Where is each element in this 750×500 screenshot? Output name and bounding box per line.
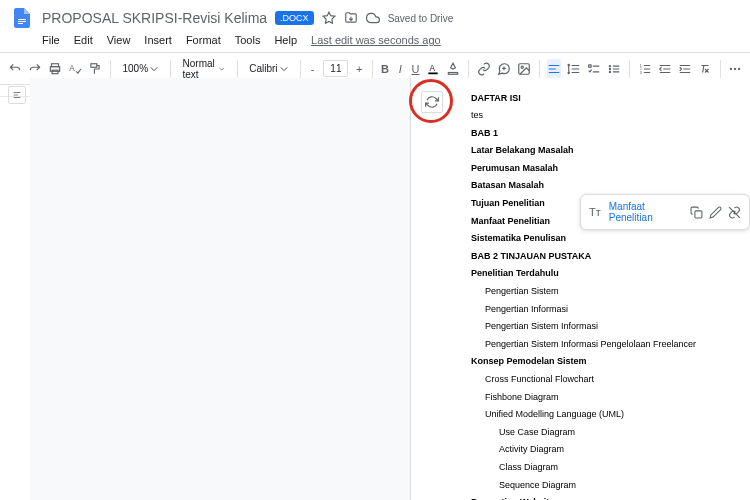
table-of-contents[interactable]: DAFTAR ISI3tes4BAB 11Latar Belakang Masa… bbox=[471, 89, 750, 500]
zoom-select[interactable]: 100% bbox=[118, 61, 162, 76]
toc-title: Cross Functional Flowchart bbox=[485, 373, 594, 386]
toc-title: Pengertian Sistem Informasi bbox=[485, 320, 598, 333]
move-icon[interactable] bbox=[344, 11, 358, 25]
bullet-list-button[interactable] bbox=[607, 59, 621, 79]
last-edit-link[interactable]: Last edit was seconds ago bbox=[311, 34, 441, 46]
toc-entry[interactable]: Use Case Diagram9 bbox=[471, 423, 750, 441]
toc-entry[interactable]: Unified Modelling Language (UML)9 bbox=[471, 406, 750, 424]
toc-title: Class Diagram bbox=[499, 461, 558, 474]
svg-text:A: A bbox=[69, 64, 75, 73]
image-button[interactable] bbox=[517, 59, 531, 79]
font-size-minus[interactable]: - bbox=[308, 59, 317, 79]
unlink-icon[interactable] bbox=[728, 206, 741, 219]
toc-entry[interactable]: Pengertian Sistem Informasi Pengelolaan … bbox=[471, 335, 750, 353]
menu-view[interactable]: View bbox=[107, 34, 131, 46]
highlight-button[interactable] bbox=[446, 59, 460, 79]
toc-entry[interactable]: Class Diagram12 bbox=[471, 458, 750, 476]
copy-link-icon[interactable] bbox=[690, 206, 703, 219]
toc-entry[interactable]: DAFTAR ISI3 bbox=[471, 89, 750, 107]
toc-title: Sequence Diagram bbox=[499, 479, 576, 492]
decrease-indent-button[interactable] bbox=[658, 59, 672, 79]
menu-format[interactable]: Format bbox=[186, 34, 221, 46]
svg-point-12 bbox=[609, 68, 610, 69]
numbered-list-button[interactable]: 123 bbox=[638, 59, 652, 79]
toc-entry[interactable]: Pengertian Informasi8 bbox=[471, 300, 750, 318]
toc-entry[interactable]: Konsep Pemodelan Sistem9 bbox=[471, 353, 750, 371]
toc-title: tes bbox=[471, 109, 483, 122]
toc-entry[interactable]: Latar Belakang Masalah1 bbox=[471, 142, 750, 160]
svg-rect-20 bbox=[695, 210, 702, 217]
toc-entry[interactable]: Activity Diagram10 bbox=[471, 441, 750, 459]
toc-entry[interactable]: Sistematika Penulisan5 bbox=[471, 230, 750, 248]
toc-entry[interactable]: tes4 bbox=[471, 107, 750, 125]
text-color-button[interactable]: A bbox=[426, 59, 440, 79]
spellcheck-button[interactable]: A bbox=[68, 59, 82, 79]
clear-format-button[interactable] bbox=[698, 59, 712, 79]
svg-rect-10 bbox=[589, 64, 591, 66]
toc-entry[interactable]: Cross Functional Flowchart9 bbox=[471, 371, 750, 389]
toc-title: Pengertian Sistem Informasi Pengelolaan … bbox=[485, 338, 696, 351]
toc-entry[interactable]: Penelitian Terdahulu6 bbox=[471, 265, 750, 283]
document-title[interactable]: PROPOSAL SKRIPSI-Revisi Kelima bbox=[42, 10, 267, 26]
bold-button[interactable]: B bbox=[380, 59, 389, 79]
toc-entry[interactable]: Pengertian Website14 bbox=[471, 494, 750, 500]
toc-entry[interactable]: Sequence Diagram13 bbox=[471, 476, 750, 494]
edit-link-icon[interactable] bbox=[709, 206, 722, 219]
line-spacing-button[interactable] bbox=[567, 59, 581, 79]
menu-insert[interactable]: Insert bbox=[144, 34, 172, 46]
docs-logo-icon[interactable] bbox=[10, 6, 34, 30]
increase-indent-button[interactable] bbox=[678, 59, 692, 79]
checklist-button[interactable] bbox=[587, 59, 601, 79]
toc-entry[interactable]: BAB 11 bbox=[471, 124, 750, 142]
cloud-icon[interactable] bbox=[366, 11, 380, 25]
print-button[interactable] bbox=[48, 59, 62, 79]
toc-entry[interactable]: Pengertian Sistem Informasi8 bbox=[471, 318, 750, 336]
toc-title: Pengertian Sistem bbox=[485, 285, 559, 298]
link-button[interactable] bbox=[477, 59, 491, 79]
underline-button[interactable]: U bbox=[411, 59, 420, 79]
tooltip-link-text[interactable]: Manfaat Penelitian bbox=[609, 201, 682, 223]
toc-title: Tujuan Penelitian bbox=[471, 197, 545, 210]
toc-title: Sistematika Penulisan bbox=[471, 232, 566, 245]
italic-button[interactable]: I bbox=[396, 59, 405, 79]
comment-button[interactable] bbox=[497, 59, 511, 79]
document-page: DAFTAR ISI3tes4BAB 11Latar Belakang Masa… bbox=[410, 78, 750, 500]
toc-entry[interactable]: Batasan Masalah4 bbox=[471, 177, 750, 195]
toc-title: Activity Diagram bbox=[499, 443, 564, 456]
menu-file[interactable]: File bbox=[42, 34, 60, 46]
link-tooltip: Tт Manfaat Penelitian bbox=[580, 194, 750, 230]
toc-entry[interactable]: Pengertian Sistem8 bbox=[471, 283, 750, 301]
undo-button[interactable] bbox=[8, 59, 22, 79]
star-icon[interactable] bbox=[322, 11, 336, 25]
menu-tools[interactable]: Tools bbox=[235, 34, 261, 46]
toc-title: Latar Belakang Masalah bbox=[471, 144, 574, 157]
toc-title: Pengertian Website bbox=[471, 496, 554, 500]
toc-title: Pengertian Informasi bbox=[485, 303, 568, 316]
svg-rect-7 bbox=[449, 72, 458, 74]
toc-entry[interactable]: Perumusan Masalah3 bbox=[471, 159, 750, 177]
toc-title: BAB 2 TINJAUAN PUSTAKA bbox=[471, 250, 591, 263]
font-format-icon[interactable]: Tт bbox=[589, 206, 601, 218]
svg-rect-6 bbox=[429, 72, 438, 74]
font-select[interactable]: Calibri bbox=[245, 61, 291, 76]
align-left-button[interactable] bbox=[547, 59, 561, 79]
menu-help[interactable]: Help bbox=[274, 34, 297, 46]
svg-rect-4 bbox=[91, 63, 97, 67]
toc-refresh-button[interactable] bbox=[421, 91, 443, 113]
toc-entry[interactable]: BAB 2 TINJAUAN PUSTAKA6 bbox=[471, 247, 750, 265]
toc-entry[interactable]: Fishbone Diagram9 bbox=[471, 388, 750, 406]
toc-title: Penelitian Terdahulu bbox=[471, 267, 559, 280]
menu-edit[interactable]: Edit bbox=[74, 34, 93, 46]
redo-button[interactable] bbox=[28, 59, 42, 79]
more-tools-button[interactable] bbox=[728, 59, 742, 79]
saved-status: Saved to Drive bbox=[388, 13, 454, 24]
font-size-plus[interactable]: + bbox=[354, 59, 363, 79]
title-row: PROPOSAL SKRIPSI-Revisi Kelima .DOCX Sav… bbox=[10, 6, 740, 30]
document-canvas[interactable]: DAFTAR ISI3tes4BAB 11Latar Belakang Masa… bbox=[30, 78, 750, 500]
tooltip-actions bbox=[690, 206, 741, 219]
svg-point-9 bbox=[521, 66, 523, 68]
paint-format-button[interactable] bbox=[88, 59, 102, 79]
svg-text:A: A bbox=[430, 64, 436, 73]
outline-toggle-button[interactable] bbox=[8, 86, 26, 104]
font-size-input[interactable]: 11 bbox=[323, 60, 348, 77]
